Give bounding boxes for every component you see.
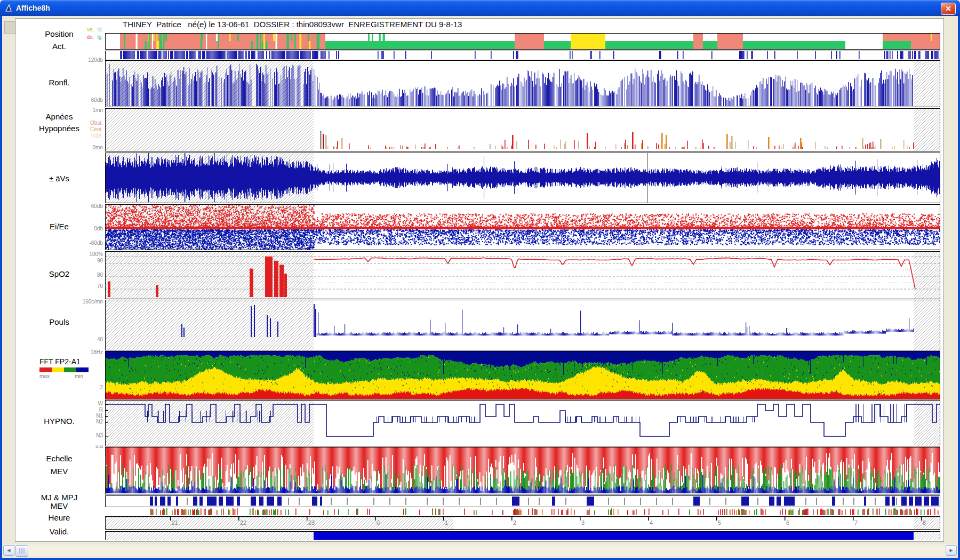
label-avs: ± äVs [16,174,102,183]
window-border-left [0,16,2,560]
fft-colorbar-segment [52,367,64,372]
hour-label: 23 [308,519,315,526]
hour-label: 2 [513,519,516,526]
axis-label: 0mn [16,145,103,150]
axis-label: 80 [16,272,103,278]
hour-label: 22 [240,519,246,526]
hour-label: 7 [854,519,858,526]
label-mj-mpj: MJ & MPJ [16,493,102,502]
label-heure: Heure [16,513,102,522]
axis-label: 18Hz [16,349,103,355]
hypno-stage-label: N1 [16,413,103,419]
hypno-stage-label: R [16,407,103,413]
scrollbar-thumb[interactable] [15,545,28,557]
window-border-right [958,16,960,560]
axis-label: 160c/mn [16,299,103,305]
patient-header: THINEY Patrice né(e) le 13-06-61 DOSSIER… [123,20,462,29]
position-legend-row: do.lg. [16,34,103,40]
axis-label: 60db [16,203,103,209]
hour-label: 6 [786,519,789,526]
fft-min-label: min [75,373,83,379]
hour-label: 0 [377,519,380,526]
fft-colorbar-segment [39,367,52,372]
label-fft: FFT FP2-A1 [39,357,81,366]
position-legend-item: lg. [97,34,103,40]
hour-label: 3 [581,519,585,526]
label-valid: Valid. [16,527,102,536]
axis-label: 100% [16,251,103,257]
scroll-right-button[interactable]: ► [946,545,957,556]
app-window: Affiche8h ✕ THINEY Patrice né(e) le 13-0… [0,0,960,560]
hour-label: 4 [650,519,653,526]
fft-colorbar-segment [76,367,89,372]
hour-label: 5 [718,519,721,526]
position-legend-item: ld. [97,27,103,33]
hour-label: 8 [923,519,926,526]
label-pouls: Pouls [16,317,102,326]
apnea-legend-label: Inde. [16,133,103,139]
axis-label: 2 [16,385,103,390]
apnea-legend-label: Obst. [16,120,103,126]
recording-plot[interactable] [105,30,940,540]
axis-label: 60db [16,97,103,103]
position-legend-item: ve. [87,27,94,33]
axis-label: 0db [16,226,103,231]
apnea-legend-label: Cent. [16,126,103,132]
hour-label: 1 [445,519,448,526]
label-echelle-mev: MEV [16,467,102,476]
label-mj-mev: MEV [16,501,102,510]
axis-label: 70 [16,283,103,289]
position-legend-item: do. [87,34,94,40]
hypno-stage-label: N3 [16,433,103,438]
axis-label: -60db [16,240,103,246]
fft-colorbar-segment [64,367,76,372]
label-ronfl: Ronfl. [16,78,102,87]
label-act: Act. [16,42,102,51]
position-legend-row: ve.ld. [16,27,103,33]
axis-label: u.a [16,443,103,449]
window-border-bottom [0,558,960,560]
app-icon [4,4,13,13]
hypno-stage-label: N2 [16,419,103,425]
axis-label: 90 [16,258,103,263]
close-button[interactable]: ✕ [941,3,956,15]
corner-spacer [4,21,16,34]
hypno-stage-label: W [16,401,103,406]
axis-label: 1mn [16,107,103,113]
horizontal-scrollbar[interactable]: ◄ ► [3,545,957,556]
title-bar[interactable]: Affiche8h ✕ [0,0,960,16]
window-title: Affiche8h [16,4,50,12]
fft-max-label: max [39,373,50,379]
fft-colorbar [39,367,89,372]
axis-label: 40 [16,337,103,342]
hour-label: 21 [172,519,178,526]
label-echelle: Echelle [16,454,102,463]
axis-label: 120db [16,57,103,63]
scroll-left-button[interactable]: ◄ [3,545,14,556]
